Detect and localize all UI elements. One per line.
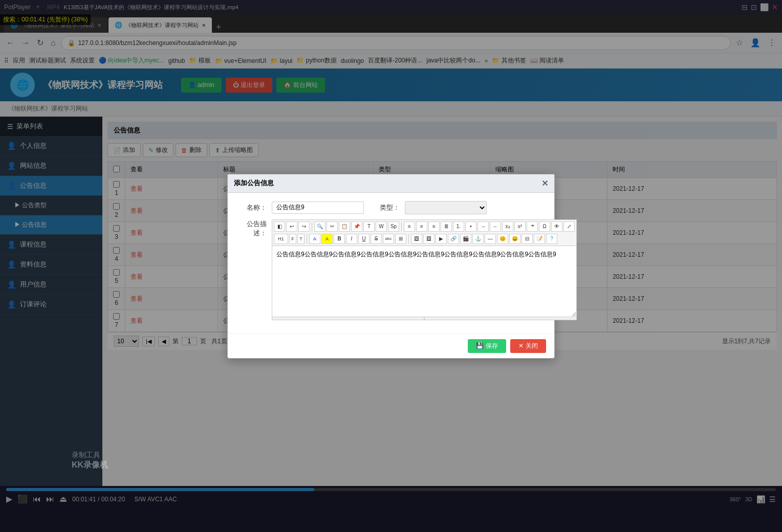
rte-toolbar-row2: H1 F T A A B I U S abc ⊞ [274,234,575,244]
rte-special-btn[interactable]: Ω [539,221,550,232]
rte-content-text: 公告信息9公告信息9公告信息9公告信息9公告信息9公告信息9公告信息9公告信息9… [276,251,556,258]
rte-undo-btn[interactable]: ↩ [286,221,297,232]
rte-anchor-btn[interactable]: ⚓ [472,234,484,244]
close-icon: ✕ [518,342,524,349]
rte-paste-word-btn[interactable]: W [376,221,387,232]
rte-strikethrough-btn[interactable]: S [371,234,382,244]
type-select[interactable]: 类型一 类型二 类型三 [405,201,487,214]
rte-italic-btn[interactable]: I [346,234,357,244]
rte-abc-btn[interactable]: abc [383,234,394,244]
rte-cut-btn[interactable]: ✂ [327,221,338,232]
rte-indent-btn[interactable]: → [477,221,489,232]
name-label: 名称： [236,203,267,212]
modal-body: 名称： 类型： 类型一 类型二 类型三 公告描述： ◧ ↩ [228,193,554,334]
name-input[interactable] [272,202,364,214]
desc-label: 公告描述： [236,219,267,238]
rte-align-left-btn[interactable]: ≡ [404,221,415,232]
rte-fontcolor-btn[interactable]: A [309,234,320,244]
rte-paste-text-btn[interactable]: T [363,221,375,232]
rte-flash-btn[interactable]: ▶ [436,234,447,244]
save-button[interactable]: 💾 保存 [468,339,506,353]
desc-row: 公告描述： ◧ ↩ ↪ 🔍 ✂ 📋 📌 T [236,219,546,320]
rte-redo-btn[interactable]: ↪ [298,221,310,232]
rte-sep2 [401,221,402,232]
name-row: 名称： 类型： 类型一 类型二 类型三 [236,201,546,214]
rte-outdent-btn[interactable]: ← [490,221,501,232]
rte-toolbar-row1: ◧ ↩ ↪ 🔍 ✂ 📋 📌 T W Sp ≡ [274,221,575,232]
rte-find-btn[interactable]: 🔍 [314,221,325,232]
modal-close-button[interactable]: ✕ [541,179,548,188]
rte-resize-handle[interactable]: ↕ [272,317,577,320]
rte-help-btn[interactable]: ? [546,234,557,244]
rte-bold-btn[interactable]: B [334,234,345,244]
rte-sep1 [312,221,312,232]
save-icon: 💾 [476,342,484,349]
rte-table-btn[interactable]: ⊞ [395,234,406,244]
modal-overlay: 添加公告信息 ✕ 名称： 类型： 类型一 类型二 类型三 公告描述： [0,0,782,517]
rte-media-btn[interactable]: 🎬 [460,234,471,244]
rte-container: ◧ ↩ ↪ 🔍 ✂ 📋 📌 T W Sp ≡ [272,219,577,320]
rte-source-btn[interactable]: ◧ [274,221,285,232]
rte-content-area[interactable]: 公告信息9公告信息9公告信息9公告信息9公告信息9公告信息9公告信息9公告信息9… [272,246,577,317]
rte-link-btn[interactable]: 🔗 [448,234,459,244]
modal-header: 添加公告信息 ✕ [228,174,554,193]
rte-ol-btn[interactable]: 1. [453,221,464,232]
rte-copy-btn[interactable]: 📋 [339,221,350,232]
rte-sep3 [307,234,307,244]
modal-footer: 💾 保存 ✕ 关闭 [228,334,554,358]
rte-emoji-btn[interactable]: 😀 [509,234,520,244]
rte-align-justify-btn[interactable]: ≣ [441,221,452,232]
rte-blockquote-btn[interactable]: ❝ [527,221,538,232]
close-modal-button[interactable]: ✕ 关闭 [510,339,546,353]
rte-form-btn[interactable]: 📝 [534,234,545,244]
rte-h1-btn[interactable]: H1 [274,234,288,244]
rte-ul-btn[interactable]: • [465,221,476,232]
rte-toolbar: ◧ ↩ ↪ 🔍 ✂ 📋 📌 T W Sp ≡ [272,219,577,246]
rte-smiley-btn[interactable]: 😊 [497,234,508,244]
rte-subscript-btn[interactable]: x₂ [502,221,513,232]
rte-sep4 [408,234,409,244]
rte-format-btn[interactable]: F [289,234,296,244]
rte-align-right-btn[interactable]: ≡ [428,221,440,232]
rte-spell-btn[interactable]: Sp [388,221,399,232]
rte-img2-btn[interactable]: 🖼 [423,234,435,244]
rte-maxim-btn[interactable]: ⤢ [563,221,575,232]
add-announcement-modal: 添加公告信息 ✕ 名称： 类型： 类型一 类型二 类型三 公告描述： [227,174,555,359]
type-label: 类型： [379,203,400,212]
rte-pagebreak-btn[interactable]: ⊟ [522,234,533,244]
rte-underline-btn[interactable]: U [358,234,370,244]
rte-img-btn[interactable]: 🖼 [411,234,422,244]
rte-superscript-btn[interactable]: x² [514,221,526,232]
modal-title: 添加公告信息 [234,179,274,188]
rte-paste-btn[interactable]: 📌 [351,221,362,232]
rte-fontsize-btn[interactable]: T [297,234,305,244]
rte-hr-btn[interactable]: — [485,234,496,244]
rte-align-center-btn[interactable]: ≡ [416,221,427,232]
rte-bgcolor-btn[interactable]: A [321,234,333,244]
rte-preview-btn[interactable]: 👁 [551,221,562,232]
